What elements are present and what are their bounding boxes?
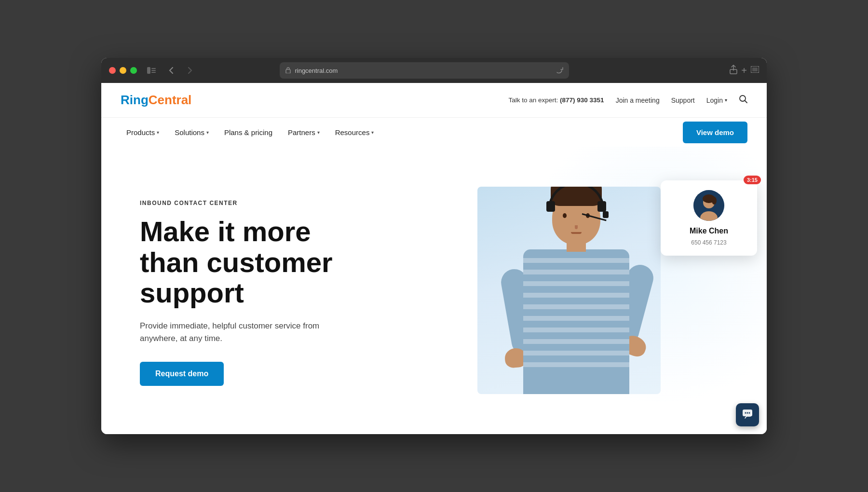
chevron-down-icon: ▾ bbox=[371, 130, 374, 135]
caller-name: Mike Chen bbox=[690, 227, 728, 235]
request-demo-button[interactable]: Request demo bbox=[140, 362, 224, 386]
svg-point-15 bbox=[745, 412, 746, 413]
torso bbox=[523, 249, 629, 394]
nav-items: Products ▾ Solutions ▾ Plans & pricing P… bbox=[121, 124, 683, 140]
svg-rect-1 bbox=[151, 68, 156, 69]
maximize-button[interactable] bbox=[130, 67, 137, 74]
nav-plans-label: Plans & pricing bbox=[224, 128, 272, 137]
chevron-down-icon: ▾ bbox=[157, 130, 159, 135]
hero-visual: 3:15 Mike Chen 650 456 7123 bbox=[391, 161, 747, 420]
login-button[interactable]: Login ▾ bbox=[706, 96, 727, 104]
nav-products-label: Products bbox=[126, 128, 155, 137]
website-content: RingCentral Talk to an expert: (877) 930… bbox=[101, 83, 767, 434]
call-timer: 3:15 bbox=[744, 176, 761, 184]
svg-rect-3 bbox=[151, 72, 156, 73]
nav-solutions-label: Solutions bbox=[175, 128, 204, 137]
svg-point-16 bbox=[747, 412, 748, 413]
lock-icon bbox=[285, 67, 291, 75]
section-label: INBOUND CONTACT CENTER bbox=[140, 200, 391, 206]
svg-rect-0 bbox=[147, 67, 150, 74]
share-icon[interactable] bbox=[730, 65, 737, 76]
minimize-button[interactable] bbox=[120, 67, 126, 74]
headset-earpiece-right bbox=[597, 201, 606, 212]
nav-bar: Products ▾ Solutions ▾ Plans & pricing P… bbox=[101, 118, 767, 147]
chat-widget-button[interactable] bbox=[736, 403, 759, 426]
call-card: 3:15 Mike Chen 650 456 7123 bbox=[661, 180, 757, 256]
add-tab-icon[interactable]: + bbox=[741, 65, 747, 76]
headset-band bbox=[548, 187, 605, 211]
logo-central-text: Central bbox=[149, 93, 192, 107]
hero-title-line3: support bbox=[140, 277, 244, 308]
svg-point-13 bbox=[712, 197, 717, 205]
browser-titlebar: ringcentral.com + bbox=[101, 58, 767, 83]
nav-item-solutions[interactable]: Solutions ▾ bbox=[169, 124, 215, 140]
svg-rect-4 bbox=[286, 69, 290, 73]
back-button[interactable] bbox=[164, 64, 177, 77]
browser-actions: + bbox=[730, 65, 759, 76]
view-demo-button[interactable]: View demo bbox=[683, 122, 747, 143]
join-meeting-link[interactable]: Join a meeting bbox=[616, 96, 660, 104]
support-link[interactable]: Support bbox=[671, 96, 695, 104]
hero-title-line2: than customer bbox=[140, 246, 333, 278]
hero-content: INBOUND CONTACT CENTER Make it more than… bbox=[140, 161, 391, 420]
header-right: Talk to an expert: (877) 930 3351 Join a… bbox=[508, 95, 747, 106]
nav-item-products[interactable]: Products ▾ bbox=[121, 124, 165, 140]
refresh-icon[interactable] bbox=[556, 67, 563, 75]
close-button[interactable] bbox=[109, 67, 116, 74]
chevron-down-icon: ▾ bbox=[317, 130, 320, 135]
search-icon[interactable] bbox=[739, 95, 747, 106]
traffic-lights bbox=[109, 67, 137, 74]
logo[interactable]: RingCentral bbox=[121, 93, 191, 108]
chat-icon bbox=[742, 409, 753, 421]
svg-rect-2 bbox=[151, 70, 156, 71]
svg-point-8 bbox=[740, 96, 746, 101]
hero-section: INBOUND CONTACT CENTER Make it more than… bbox=[101, 147, 767, 434]
hero-subtitle: Provide immediate, helpful customer serv… bbox=[140, 320, 342, 344]
caller-avatar bbox=[693, 190, 724, 221]
site-header: RingCentral Talk to an expert: (877) 930… bbox=[101, 83, 767, 118]
nav-resources-label: Resources bbox=[335, 128, 370, 137]
nav-item-partners[interactable]: Partners ▾ bbox=[282, 124, 326, 140]
chevron-down-icon: ▾ bbox=[206, 130, 209, 135]
browser-window: ringcentral.com + bbox=[101, 58, 767, 434]
chevron-down-icon: ▾ bbox=[725, 97, 727, 103]
logo-ring-text: Ring bbox=[121, 93, 149, 107]
person-figure bbox=[504, 191, 649, 394]
forward-button[interactable] bbox=[183, 64, 197, 77]
svg-point-17 bbox=[749, 412, 750, 413]
talk-expert-label: Talk to an expert: bbox=[508, 96, 558, 104]
sidebar-icon[interactable] bbox=[145, 64, 158, 77]
address-bar[interactable]: ringcentral.com bbox=[280, 62, 569, 79]
svg-rect-7 bbox=[752, 68, 758, 71]
nav-item-resources[interactable]: Resources ▾ bbox=[329, 124, 380, 140]
hero-title-line1: Make it more bbox=[140, 216, 311, 247]
nav-partners-label: Partners bbox=[288, 128, 315, 137]
hero-title: Make it more than customer support bbox=[140, 216, 391, 308]
caller-phone: 650 456 7123 bbox=[691, 239, 726, 246]
headset-earpiece-left bbox=[546, 201, 555, 212]
mic-tip bbox=[603, 211, 609, 218]
url-text: ringcentral.com bbox=[295, 67, 338, 74]
nav-item-plans[interactable]: Plans & pricing bbox=[218, 124, 278, 140]
talk-expert: Talk to an expert: (877) 930 3351 bbox=[508, 96, 604, 104]
tabs-icon[interactable] bbox=[751, 66, 759, 75]
agent-image bbox=[477, 187, 661, 394]
phone-number[interactable]: (877) 930 3351 bbox=[560, 96, 604, 104]
